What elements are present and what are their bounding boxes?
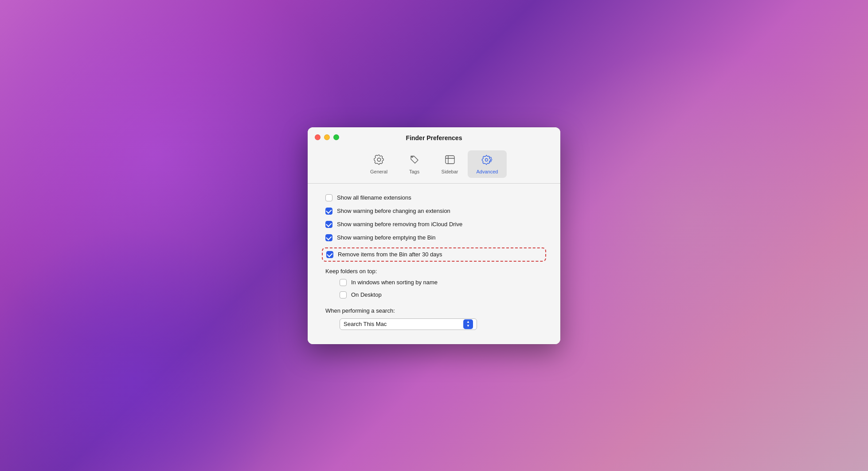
search-select[interactable]: Search This Mac ▲ ▼ (340, 318, 477, 330)
minimize-button[interactable] (324, 134, 330, 140)
search-section-label: When performing a search: (325, 307, 543, 314)
checkbox-row-warn-bin: Show warning before emptying the Bin (325, 234, 543, 241)
label-remove-bin: Remove items from the Bin after 30 days (338, 251, 442, 258)
close-button[interactable] (315, 134, 321, 140)
label-windows-sort: In windows when sorting by name (351, 279, 438, 286)
sub-options: In windows when sorting by name On Deskt… (340, 279, 543, 298)
checkbox-row-warn-icloud: Show warning before removing from iCloud… (325, 221, 543, 228)
traffic-lights (315, 134, 339, 140)
label-warn-bin: Show warning before emptying the Bin (337, 234, 436, 241)
finder-preferences-window: Finder Preferences General Tags (308, 127, 560, 344)
search-section: When performing a search: Search This Ma… (325, 307, 543, 330)
label-warn-extension: Show warning before changing an extensio… (337, 208, 450, 214)
checkbox-warn-bin[interactable] (325, 234, 332, 241)
tab-advanced[interactable]: Advanced (468, 150, 507, 178)
label-warn-icloud: Show warning before removing from iCloud… (337, 221, 462, 228)
content-area: Show all filename extensions Show warnin… (308, 184, 560, 344)
checkbox-row-remove-bin: Remove items from the Bin after 30 days (322, 247, 546, 262)
tab-tags[interactable]: Tags (397, 150, 432, 178)
tab-tags-label: Tags (409, 169, 419, 174)
sidebar-icon (444, 154, 456, 167)
toolbar: General Tags Sidebar (308, 147, 560, 178)
tab-sidebar[interactable]: Sidebar (432, 150, 468, 178)
title-bar: Finder Preferences (308, 127, 560, 147)
label-on-desktop: On Desktop (351, 291, 382, 298)
window-title: Finder Preferences (315, 134, 553, 147)
keep-folders-label: Keep folders on top: (325, 268, 543, 275)
tab-sidebar-label: Sidebar (442, 169, 458, 174)
arrow-down-icon: ▼ (466, 324, 470, 328)
checkbox-row-show-extensions: Show all filename extensions (325, 194, 543, 201)
select-arrows-icon: ▲ ▼ (463, 319, 473, 329)
tab-advanced-label: Advanced (477, 169, 498, 174)
tags-icon (409, 154, 420, 167)
label-show-extensions: Show all filename extensions (337, 194, 411, 201)
maximize-button[interactable] (333, 134, 339, 140)
checkbox-row-warn-extension: Show warning before changing an extensio… (325, 208, 543, 215)
checkbox-warn-icloud[interactable] (325, 221, 332, 228)
checkbox-remove-bin[interactable] (326, 251, 333, 258)
checkbox-on-desktop[interactable] (340, 291, 347, 298)
tab-general[interactable]: General (361, 150, 397, 178)
svg-point-3 (485, 158, 488, 161)
checkbox-row-windows-sort: In windows when sorting by name (340, 279, 543, 286)
checkbox-row-on-desktop: On Desktop (340, 291, 543, 298)
tab-general-label: General (370, 169, 387, 174)
checkbox-show-extensions[interactable] (325, 194, 332, 201)
checkbox-windows-sort[interactable] (340, 279, 347, 286)
checkbox-warn-extension[interactable] (325, 208, 332, 215)
search-select-value: Search This Mac (344, 321, 387, 327)
general-icon (373, 154, 385, 167)
search-select-wrapper: Search This Mac ▲ ▼ (340, 318, 477, 330)
arrow-up-icon: ▲ (466, 320, 470, 324)
advanced-icon (481, 154, 493, 167)
svg-rect-0 (446, 156, 454, 164)
